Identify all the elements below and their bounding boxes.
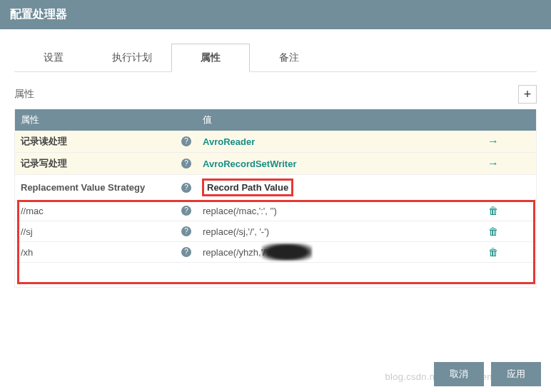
property-name: Replacement Value Strategy: [21, 182, 145, 193]
section-header: 属性: [14, 88, 34, 101]
cancel-button[interactable]: 取消: [434, 362, 484, 386]
dialog-title: 配置处理器: [0, 0, 551, 29]
table-row: /xh?replace(/yhzh,'/', '')🗑: [15, 242, 536, 263]
help-icon[interactable]: ?: [181, 136, 191, 146]
table-row: Replacement Value Strategy?Record Path V…: [15, 175, 536, 201]
help-icon[interactable]: ?: [181, 183, 191, 193]
add-property-button[interactable]: +: [518, 85, 537, 104]
help-icon[interactable]: ?: [181, 206, 191, 216]
goto-icon[interactable]: →: [487, 157, 499, 169]
col-header-value: 值: [197, 109, 450, 131]
help-icon[interactable]: ?: [181, 247, 191, 257]
help-icon[interactable]: ?: [181, 159, 191, 169]
apply-button[interactable]: 应用: [491, 362, 541, 386]
col-header-name: 属性: [15, 109, 197, 131]
help-icon[interactable]: ?: [181, 226, 191, 236]
trash-icon[interactable]: 🗑: [488, 246, 498, 258]
table-row: 记录写处理?AvroRecordSetWriter→: [15, 153, 536, 175]
tab-properties[interactable]: 属性: [171, 44, 250, 72]
goto-icon[interactable]: →: [487, 135, 499, 147]
tab-schedule[interactable]: 执行计划: [93, 44, 171, 71]
property-value[interactable]: replace(/mac,':', ''): [203, 206, 277, 216]
property-name: //mac: [21, 206, 44, 216]
property-value[interactable]: Record Path Value: [203, 179, 293, 196]
tabs: 设置 执行计划 属性 备注: [14, 44, 537, 72]
col-header-action: [450, 109, 536, 131]
table-row: //sj?replace(/sj,'/', '-')🗑: [15, 221, 536, 242]
property-value[interactable]: AvroReader: [203, 136, 255, 147]
property-value[interactable]: replace(/sj,'/', '-'): [203, 226, 269, 237]
trash-icon[interactable]: 🗑: [488, 226, 498, 237]
property-name: //sj: [21, 226, 33, 237]
table-row: //mac?replace(/mac,':', '')🗑: [15, 201, 536, 221]
property-name: /xh: [21, 247, 33, 258]
tab-comments[interactable]: 备注: [250, 44, 328, 71]
table-row: 记录读处理?AvroReader→: [15, 131, 536, 153]
property-value[interactable]: AvroRecordSetWriter: [203, 159, 296, 169]
tab-settings[interactable]: 设置: [14, 44, 93, 71]
property-name: 记录读处理: [21, 135, 67, 148]
property-value[interactable]: replace(/yhzh,'/', ''): [203, 247, 279, 258]
property-name: 记录写处理: [21, 157, 67, 170]
properties-table: 属性 值 记录读处理?AvroReader→记录写处理?AvroRecordSe…: [14, 109, 537, 288]
trash-icon[interactable]: 🗑: [488, 205, 498, 216]
